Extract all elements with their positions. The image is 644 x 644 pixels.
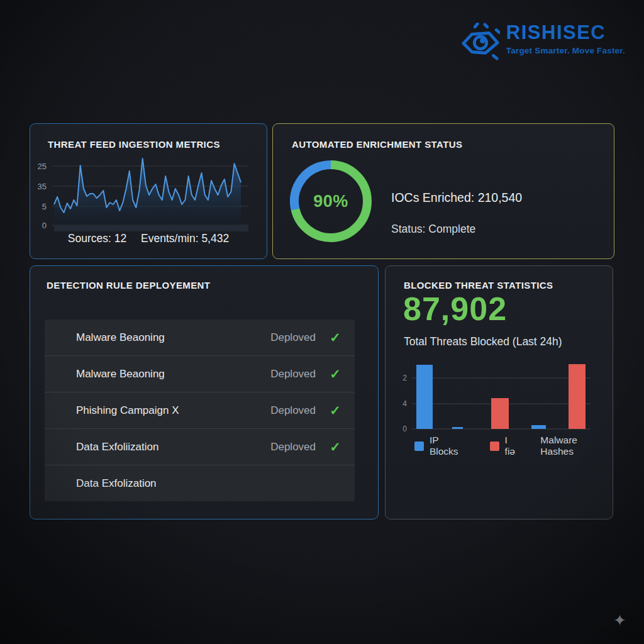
svg-text:2: 2 (402, 374, 407, 382)
legend-label: IP Blocks (430, 435, 470, 457)
rule-status: Deploved (270, 368, 316, 380)
panel-blocked-threats: BLOCKED THREAT STATISTICS 87,902 Total T… (385, 265, 613, 519)
events-per-min-value: Events/min: 5,432 (141, 232, 229, 245)
legend-item: I fiə (490, 435, 521, 457)
panel-enrichment-status: AUTOMATED ENRICHMENT STATUS 90% IOCs Enr… (272, 123, 614, 259)
table-row: Malware BeaoningDeploved✓ (45, 319, 355, 356)
table-row: Data Exfolization (45, 465, 355, 501)
svg-text:25: 25 (38, 162, 47, 171)
brand-logo: RISHISEC Target Smarter. Move Faster. (461, 23, 625, 62)
rule-name: Data Exfolization (76, 477, 157, 490)
sparkle-icon: ✦ (613, 611, 626, 630)
svg-text:0: 0 (42, 221, 47, 230)
svg-text:0: 0 (402, 425, 407, 433)
check-icon: ✓ (316, 403, 355, 418)
rule-name: Malware Beaoning (76, 368, 165, 380)
total-threats-blocked-value: 87,902 (403, 290, 507, 328)
panel-title-enrichment: AUTOMATED ENRICHMENT STATUS (292, 139, 614, 150)
panel-title-ingestion: THREAT FEED INGESTION METRICS (48, 139, 267, 150)
iocs-enriched-value: IOCs Enriched: 210,540 (391, 191, 522, 205)
panel-detection-rules: DETECTION RULE DEPLOYEMENT Malware Beaon… (30, 265, 379, 519)
check-icon: ✓ (316, 440, 355, 455)
legend-label: Malware Hashes (540, 435, 613, 457)
panel-threat-feed-ingestion: THREAT FEED INGESTION METRICS 253550 Sou… (30, 123, 267, 259)
ingestion-caption: Sources: 12 Events/min: 5,432 (30, 232, 267, 245)
donut-percent-label: 90% (290, 160, 372, 242)
eye-icon (461, 23, 500, 62)
rule-name: Phishing Campaign X (76, 404, 179, 417)
rule-status: Deploved (270, 441, 316, 453)
enrichment-donut-chart: 90% (290, 160, 372, 242)
panel-title-detection: DETECTION RULE DEPLOYEMENT (47, 280, 378, 291)
check-icon: ✓ (316, 330, 355, 345)
total-threats-blocked-label: Total Threats Blocked (Last 24h) (404, 335, 562, 348)
svg-text:35: 35 (38, 182, 47, 191)
brand-tagline: Target Smarter. Move Faster. (506, 46, 625, 55)
panel-title-blocked: BLOCKED THREAT STATISTICS (404, 280, 613, 291)
svg-text:4: 4 (402, 399, 407, 408)
table-row: Data ExfoliizationDeploved✓ (45, 429, 355, 465)
rule-status: Deploved (270, 331, 316, 344)
legend-swatch (414, 441, 424, 451)
rule-name: Malware Beaoning (76, 331, 165, 344)
brand-text-block: RISHISEC Target Smarter. Move Faster. (506, 23, 625, 55)
enrichment-status-value: Status: Complete (391, 223, 522, 236)
legend-item: IP Blocks (414, 435, 470, 457)
legend-item: Malware Hashes (540, 435, 613, 457)
rule-name: Data Exfoliization (76, 441, 158, 453)
detection-rules-table: Malware BeaoningDeploved✓Malware Beaonin… (45, 319, 355, 501)
enrichment-text-block: IOCs Enriched: 210,540 Status: Complete (391, 191, 522, 236)
legend-label: I fiə (505, 435, 521, 457)
sources-value: Sources: 12 (68, 232, 126, 245)
brand-name: RISHISEC (506, 23, 625, 43)
table-row: Phishing Campaign XDeploved✓ (45, 392, 355, 429)
svg-text:5: 5 (42, 202, 47, 211)
check-icon: ✓ (316, 367, 355, 382)
legend-swatch (490, 441, 499, 451)
rule-status: Deploved (270, 404, 316, 417)
ingestion-area-chart: 253550 (30, 155, 268, 237)
table-row: Malware BeaoningDeploved✓ (45, 356, 355, 392)
blocked-threats-bar-chart: 240 (386, 354, 614, 436)
bar-chart-legend: IP BlocksI fiəMalware Hashes (414, 435, 613, 457)
